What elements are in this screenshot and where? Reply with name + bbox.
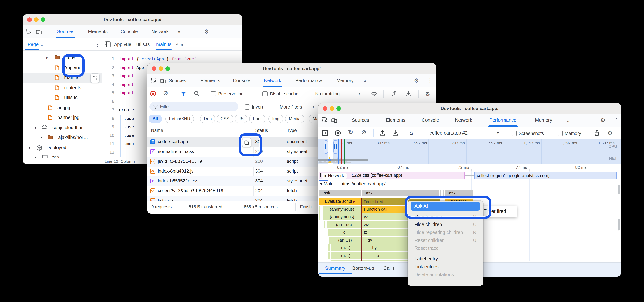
tab-performance[interactable]: Performance bbox=[294, 74, 323, 87]
more-tabs-icon[interactable]: » bbox=[177, 25, 181, 38]
flame-bar-Evaluate script[interactable]: Evaluate script ▸ bbox=[319, 198, 361, 205]
sidebar-toggle-icon[interactable] bbox=[104, 41, 110, 47]
export-har-icon[interactable] bbox=[406, 90, 412, 97]
menu-kebab-icon[interactable]: ⋮ bbox=[427, 77, 432, 83]
tree-item-banner-jpg[interactable]: banner.jpg bbox=[23, 113, 102, 123]
tab-network[interactable]: Network bbox=[263, 74, 282, 87]
main-track-header[interactable]: ▾ Main — https://coffee-cart.app/ bbox=[320, 181, 386, 188]
tab-network[interactable]: Network bbox=[454, 114, 473, 127]
titlebar[interactable]: DevTools - coffee-cart.app/ bbox=[23, 14, 242, 25]
filter-chip-fetch-xhr[interactable]: Fetch/XHR bbox=[165, 115, 194, 123]
chevron-down-icon[interactable]: ▾ bbox=[35, 152, 36, 158]
more-editor-tabs-icon[interactable]: » bbox=[179, 38, 184, 50]
tree-item-App-vue[interactable]: App.vue bbox=[23, 63, 102, 73]
tab-network[interactable]: Network bbox=[150, 25, 170, 38]
filter-chip-all[interactable]: All bbox=[149, 115, 162, 123]
disable-cache-checkbox[interactable] bbox=[262, 91, 268, 96]
device-toolbar-icon[interactable] bbox=[331, 117, 338, 123]
tab-performance[interactable]: Performance bbox=[488, 114, 517, 127]
menu-item-label-entry[interactable]: Label entry bbox=[411, 255, 480, 263]
inspect-icon[interactable] bbox=[322, 117, 328, 123]
menu-item-link-entries[interactable]: Link entries bbox=[411, 263, 480, 271]
tab-console[interactable]: Console bbox=[232, 74, 252, 87]
more-filters-dropdown[interactable]: More filters bbox=[280, 104, 302, 110]
settings-gear-icon[interactable]: ⚙ bbox=[414, 77, 419, 84]
column-header-type[interactable]: Type bbox=[287, 128, 297, 133]
flame-bar-(anonymous)[interactable]: (anonymous) bbox=[323, 213, 361, 220]
tree-item-Deployed[interactable]: ▾Deployed bbox=[23, 143, 102, 152]
screenshots-checkbox[interactable] bbox=[512, 131, 517, 136]
flame-bar-sliver[interactable] bbox=[331, 260, 361, 261]
invert-label[interactable]: Invert bbox=[252, 104, 263, 110]
code-line[interactable]: .use bbox=[119, 131, 134, 140]
editor-tab-main-ts[interactable]: main.ts bbox=[155, 38, 173, 50]
sidebar-tab-page[interactable]: Page bbox=[28, 38, 38, 50]
close-tab-icon[interactable]: × bbox=[176, 38, 178, 50]
session-dropdown-arrow[interactable]: ▼ bbox=[496, 132, 500, 135]
network-settings-gear-icon[interactable]: ⚙ bbox=[425, 90, 430, 97]
throttling-dropdown-arrow[interactable]: ▼ bbox=[358, 92, 361, 95]
tree-item-router-ts[interactable]: router.ts bbox=[23, 83, 102, 93]
device-toolbar-icon[interactable] bbox=[36, 29, 42, 35]
tab-memory[interactable]: Memory bbox=[534, 114, 553, 127]
throttling-select[interactable]: No throttling bbox=[315, 91, 340, 96]
more-filters-arrow[interactable]: ▼ bbox=[312, 105, 315, 109]
session-select[interactable]: coffee-cart.app #2 bbox=[430, 130, 468, 136]
code-line[interactable]: import bbox=[119, 72, 134, 80]
sidebar-menu-icon[interactable]: ⋮ bbox=[95, 38, 100, 50]
editor-tab-utils-ts[interactable]: utils.ts bbox=[135, 38, 151, 50]
filter-chip-font[interactable]: Font bbox=[249, 115, 266, 123]
tab-sources[interactable]: Sources bbox=[168, 74, 187, 87]
filter-input[interactable]: Filter bbox=[150, 102, 238, 111]
record-and-reload-icon[interactable]: ↻ bbox=[348, 129, 353, 136]
code-line[interactable]: .use bbox=[119, 123, 134, 131]
menu-item-hide-children[interactable]: Hide childrenC bbox=[411, 221, 480, 229]
preserve-log-checkbox[interactable] bbox=[211, 91, 216, 96]
flame-bar-(an…s)[interactable]: (an…s) bbox=[329, 236, 361, 244]
tree-item-top[interactable]: ▾top bbox=[23, 152, 102, 158]
settings-gear-icon[interactable]: ⚙ bbox=[204, 28, 209, 35]
filter-chip-css[interactable]: CSS bbox=[217, 115, 233, 123]
chevron-down-icon[interactable]: ▾ bbox=[29, 143, 30, 152]
menu-kebab-icon[interactable]: ⋮ bbox=[218, 28, 223, 34]
scrollbar-thumb[interactable] bbox=[618, 185, 620, 194]
tab-sources[interactable]: Sources bbox=[351, 114, 370, 127]
search-icon[interactable] bbox=[194, 91, 200, 96]
chevron-right-icon[interactable]: ▸ bbox=[46, 53, 48, 63]
bottom-tab-summary[interactable]: Summary bbox=[324, 263, 346, 274]
menu-kebab-icon[interactable]: ⋮ bbox=[614, 117, 619, 123]
more-tabs-icon[interactable]: » bbox=[566, 114, 570, 127]
record-network-log-icon[interactable] bbox=[150, 91, 156, 96]
code-line[interactable]: import bbox=[119, 89, 134, 97]
flame-bar-(an…us)[interactable]: (an…us) bbox=[327, 221, 361, 228]
flame-bar-(a…)[interactable]: (a…) bbox=[331, 252, 361, 259]
tab-elements[interactable]: Elements bbox=[87, 25, 109, 38]
editor-tab-App-vue[interactable]: App.vue bbox=[113, 38, 132, 50]
filter-chip-media[interactable]: Media bbox=[285, 115, 304, 123]
filter-chip-img[interactable]: Img bbox=[268, 115, 283, 123]
record-icon[interactable] bbox=[335, 130, 341, 136]
overview-window-left-handle[interactable] bbox=[324, 140, 328, 154]
device-toolbar-icon[interactable] bbox=[160, 78, 166, 84]
inspect-icon[interactable] bbox=[26, 29, 32, 35]
code-line[interactable]: create bbox=[119, 106, 134, 114]
tab-console[interactable]: Console bbox=[119, 25, 139, 38]
titlebar[interactable]: DevTools - coffee-cart.app/ bbox=[318, 103, 621, 114]
code-line[interactable]: import bbox=[119, 80, 134, 89]
import-har-icon[interactable] bbox=[392, 90, 398, 97]
column-header-status[interactable]: Status bbox=[255, 128, 268, 133]
tree-item-ajax-libs-nor-[interactable]: ▸ajax/libs/nor… bbox=[23, 133, 102, 143]
flame-bar-c[interactable]: c bbox=[328, 229, 361, 236]
tree-item-store[interactable]: ▸store bbox=[23, 53, 102, 63]
tab-elements[interactable]: Elements bbox=[385, 114, 406, 127]
scrollbar-thumb[interactable] bbox=[618, 219, 620, 231]
disable-cache-label[interactable]: Disable cache bbox=[270, 91, 298, 96]
timeline-overview[interactable]: 197 ms397 ms597 ms797 ms997 ms1,197 ms1,… bbox=[318, 140, 621, 163]
column-header-name[interactable]: Name bbox=[151, 128, 163, 133]
tree-item-utils-ts[interactable]: utils.ts bbox=[23, 93, 102, 103]
filter-chip-doc[interactable]: Doc bbox=[200, 115, 215, 123]
tab-sources[interactable]: Sources bbox=[56, 25, 76, 38]
home-icon[interactable]: ⌂ bbox=[410, 129, 413, 136]
bottom-tab-call-t[interactable]: Call t bbox=[382, 263, 396, 274]
code-line[interactable]: .mou bbox=[119, 140, 134, 148]
